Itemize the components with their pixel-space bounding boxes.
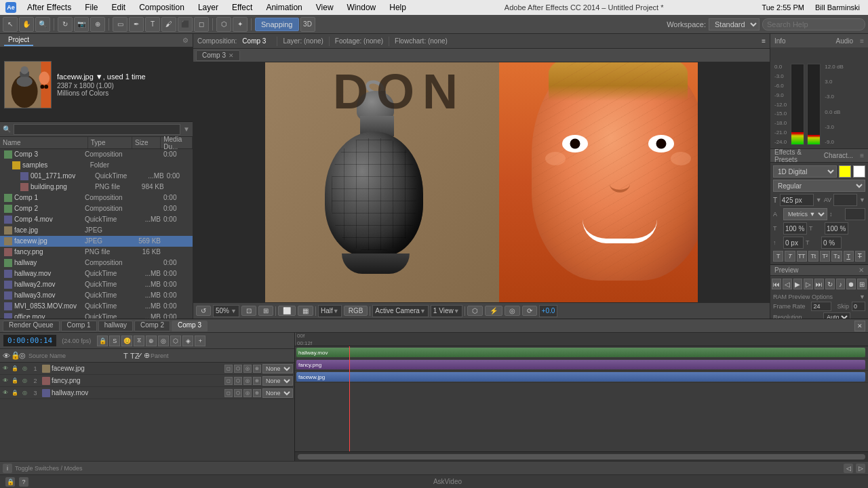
- tl-tab-render-queue[interactable]: Render Queue: [3, 321, 60, 331]
- size-v-input[interactable]: [825, 222, 848, 235]
- layer-effects[interactable]: ⬡: [234, 365, 242, 373]
- regions-button[interactable]: ▦: [298, 306, 313, 316]
- brush-tool[interactable]: 🖌: [161, 17, 176, 32]
- exposure-control[interactable]: +0.0: [539, 305, 558, 317]
- tl-blend-mode-button[interactable]: ⊕: [146, 336, 157, 346]
- fill-color-swatch[interactable]: [839, 165, 851, 178]
- project-search-input[interactable]: [14, 124, 180, 135]
- live-update[interactable]: ⟳: [522, 306, 537, 316]
- tl-tab-hallway[interactable]: hallway: [98, 321, 133, 331]
- character-tab-label[interactable]: Charact...: [824, 152, 853, 159]
- tl-motion-blur-tl[interactable]: ◎: [158, 336, 169, 346]
- project-item[interactable]: 001_1771.mov QuickTime ...MB 0:00: [0, 171, 193, 182]
- menu-animation[interactable]: Animation: [263, 3, 304, 12]
- layer-adjust[interactable]: ⊕: [253, 377, 261, 385]
- fast-preview[interactable]: ⚡: [485, 306, 502, 316]
- leading-input[interactable]: [845, 208, 865, 220]
- viewer-area[interactable]: DON: [193, 62, 770, 302]
- sub-button[interactable]: T₂: [831, 251, 842, 262]
- 3d-renderer[interactable]: ⬡: [467, 306, 483, 316]
- tl-timecode-display[interactable]: 0:00:00:14: [3, 334, 57, 347]
- project-item[interactable]: Comp 4.mov QuickTime ...MB 0:00: [0, 214, 193, 225]
- preview-panel-close[interactable]: ✕: [859, 266, 864, 274]
- layer-visibility[interactable]: 👁: [1, 365, 9, 373]
- tl-shy-button[interactable]: 😊: [121, 336, 132, 346]
- comp-tab-comp3[interactable]: Comp 3 ✕: [196, 50, 240, 61]
- preview-options-arrow[interactable]: ▼: [859, 293, 865, 300]
- menu-help[interactable]: Help: [387, 3, 409, 12]
- layer-lock[interactable]: 🔒: [11, 377, 19, 385]
- project-item[interactable]: faceww.jpg JPEG 569 KB: [0, 236, 193, 247]
- quality-control[interactable]: Half ▼: [318, 305, 342, 317]
- tl-collapse-button2[interactable]: ⧖: [134, 336, 144, 346]
- camera-tool[interactable]: 📷: [74, 17, 89, 32]
- grid-button[interactable]: ⊞: [258, 306, 273, 316]
- reset-button[interactable]: ↺: [196, 306, 211, 316]
- viewer-options-icon[interactable]: ≡: [762, 37, 766, 45]
- tl-add-button[interactable]: +: [195, 336, 205, 346]
- menu-layer[interactable]: Layer: [195, 3, 221, 12]
- project-item[interactable]: building.png PNG file 984 KB: [0, 182, 193, 192]
- layer-effects[interactable]: ⬡: [234, 389, 242, 397]
- audio-tab[interactable]: Audio: [836, 37, 854, 45]
- tl-color-label[interactable]: ◈: [182, 336, 193, 346]
- tl-tab-comp3[interactable]: Comp 3: [172, 321, 208, 331]
- layer-visibility[interactable]: 👁: [1, 389, 9, 397]
- play-button[interactable]: ▶: [793, 279, 803, 289]
- stroke-color-swatch[interactable]: [853, 165, 865, 178]
- camera-control[interactable]: Active Camera ▼: [372, 305, 429, 317]
- layer-visibility[interactable]: 👁: [1, 377, 9, 385]
- menu-edit[interactable]: Edit: [108, 3, 128, 12]
- audio-button[interactable]: ♪: [836, 279, 846, 289]
- tracking-input[interactable]: [833, 194, 857, 206]
- skip-to-start-button[interactable]: ⏮: [772, 279, 781, 289]
- text-tool[interactable]: T: [145, 17, 160, 32]
- selection-tool[interactable]: ↖: [3, 17, 18, 32]
- transparency-button[interactable]: ⬜: [278, 306, 296, 316]
- project-item[interactable]: Comp 3 Composition 0:00: [0, 149, 193, 160]
- metrics-select[interactable]: Metrics ▼: [783, 208, 827, 220]
- stamp-tool[interactable]: ⬛: [178, 17, 193, 32]
- project-item[interactable]: office.mov QuickTime ...MB 0:00: [0, 312, 193, 319]
- layer-parent-select[interactable]: None: [262, 376, 293, 386]
- eraser-tool[interactable]: ◻: [194, 17, 209, 32]
- project-item[interactable]: samples Folder: [0, 160, 193, 171]
- tsudo-input[interactable]: [821, 237, 842, 249]
- layer-solo[interactable]: ◎: [20, 365, 28, 373]
- fit-to-frame[interactable]: ⊡: [241, 306, 256, 316]
- menu-file[interactable]: File: [82, 3, 100, 12]
- help-icon[interactable]: ?: [19, 477, 28, 487]
- view-control[interactable]: 1 View ▼: [431, 305, 462, 317]
- tl-clip[interactable]: hallway.mov: [296, 348, 865, 357]
- effects-menu-icon[interactable]: ≡: [860, 152, 864, 159]
- smallcaps-button[interactable]: Tt: [808, 251, 818, 262]
- pan-behind-tool[interactable]: ⊕: [90, 17, 105, 32]
- roto-tool[interactable]: ⬡: [216, 17, 231, 32]
- size-h-input[interactable]: [783, 222, 807, 235]
- tl-scroll-thumb[interactable]: [298, 454, 865, 460]
- font-name-select[interactable]: 1D Digital: [773, 165, 837, 178]
- layer-adjust[interactable]: ⊕: [253, 365, 261, 373]
- layer-lock[interactable]: 🔒: [11, 365, 19, 373]
- layer-effects[interactable]: ⬡: [234, 377, 242, 385]
- draft-3d-button[interactable]: 3D: [300, 17, 315, 32]
- layer-shy[interactable]: ◻: [224, 365, 233, 373]
- info-tab[interactable]: Info: [774, 37, 786, 45]
- project-item[interactable]: hallway2.mov QuickTime ...MB 0:00: [0, 279, 193, 290]
- allcaps-button[interactable]: TT: [797, 251, 807, 262]
- snapping-button[interactable]: Snapping: [255, 18, 299, 31]
- project-item[interactable]: face.jpg JPEG: [0, 225, 193, 236]
- underline-button[interactable]: T: [844, 251, 854, 262]
- record-button[interactable]: ⏺: [846, 279, 856, 289]
- panel-menu-icon[interactable]: ≡: [860, 37, 864, 45]
- search-help-input[interactable]: [762, 18, 865, 30]
- step-back-button[interactable]: ◁: [783, 279, 792, 289]
- frame-rate-input[interactable]: [811, 302, 831, 311]
- project-item[interactable]: fancy.png PNG file 16 KB: [0, 247, 193, 258]
- resolution-select[interactable]: Auto: [823, 312, 850, 319]
- layer-motion[interactable]: ◎: [243, 377, 252, 385]
- info-icon[interactable]: 🔒: [5, 477, 15, 487]
- tl-layer-row[interactable]: 👁 🔒 ◎ 1 faceww.jpg ◻ ⬡ ◎ ⊕ None: [0, 363, 294, 375]
- menu-composition[interactable]: Composition: [136, 3, 187, 12]
- project-item[interactable]: hallway.mov QuickTime ...MB 0:00: [0, 268, 193, 279]
